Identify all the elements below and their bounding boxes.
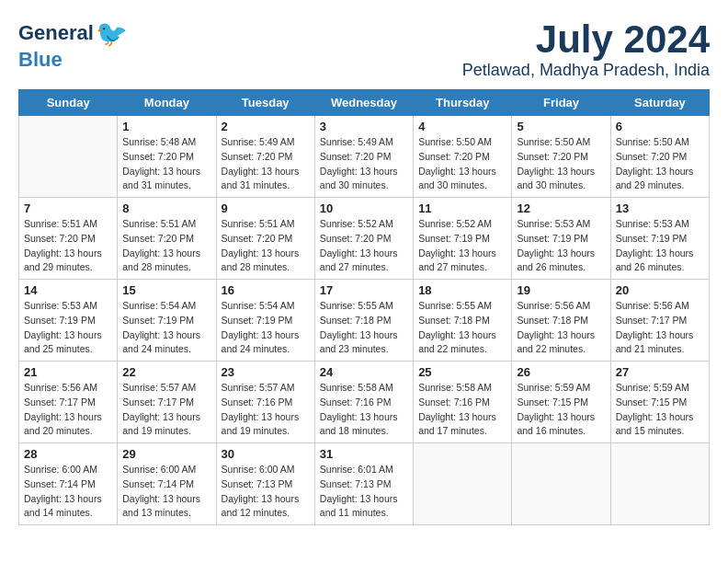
calendar-day-header: Tuesday xyxy=(216,90,314,116)
day-number: 14 xyxy=(24,283,112,297)
calendar-cell: 6Sunrise: 5:50 AMSunset: 7:20 PMDaylight… xyxy=(610,116,709,198)
day-number: 11 xyxy=(418,201,506,215)
day-info: Sunrise: 5:55 AMSunset: 7:18 PMDaylight:… xyxy=(320,299,408,357)
day-number: 12 xyxy=(517,201,605,215)
day-info: Sunrise: 5:58 AMSunset: 7:16 PMDaylight:… xyxy=(418,381,506,439)
calendar-cell: 29Sunrise: 6:00 AMSunset: 7:14 PMDayligh… xyxy=(118,443,216,525)
day-number: 6 xyxy=(616,120,704,133)
calendar-cell: 22Sunrise: 5:57 AMSunset: 7:17 PMDayligh… xyxy=(118,362,216,443)
day-number: 20 xyxy=(616,283,704,297)
day-info: Sunrise: 5:50 AMSunset: 7:20 PMDaylight:… xyxy=(517,135,605,193)
day-number: 26 xyxy=(517,365,605,379)
day-number: 3 xyxy=(320,120,408,133)
day-info: Sunrise: 5:58 AMSunset: 7:16 PMDaylight:… xyxy=(320,381,408,439)
calendar-table: SundayMondayTuesdayWednesdayThursdayFrid… xyxy=(18,89,710,525)
calendar-cell xyxy=(19,116,118,198)
day-number: 23 xyxy=(222,365,310,379)
day-number: 17 xyxy=(320,283,408,297)
calendar-day-header: Saturday xyxy=(610,90,709,116)
logo-general: General xyxy=(18,22,94,44)
calendar-cell: 21Sunrise: 5:56 AMSunset: 7:17 PMDayligh… xyxy=(19,362,118,443)
calendar-cell: 7Sunrise: 5:51 AMSunset: 7:20 PMDaylight… xyxy=(19,198,118,280)
day-number: 16 xyxy=(222,283,310,297)
day-number: 22 xyxy=(122,365,210,379)
title-block: July 2024 Petlawad, Madhya Pradesh, Indi… xyxy=(462,18,710,80)
day-number: 29 xyxy=(122,447,210,461)
day-info: Sunrise: 6:00 AMSunset: 7:13 PMDaylight:… xyxy=(222,463,310,521)
calendar-day-header: Wednesday xyxy=(314,90,413,116)
day-info: Sunrise: 5:56 AMSunset: 7:17 PMDaylight:… xyxy=(24,381,112,439)
calendar-cell: 14Sunrise: 5:53 AMSunset: 7:19 PMDayligh… xyxy=(19,280,118,362)
day-number: 2 xyxy=(222,120,310,133)
day-number: 27 xyxy=(616,365,704,379)
calendar-day-header: Thursday xyxy=(414,90,512,116)
calendar-cell: 4Sunrise: 5:50 AMSunset: 7:20 PMDaylight… xyxy=(414,116,512,198)
day-info: Sunrise: 6:01 AMSunset: 7:13 PMDaylight:… xyxy=(320,463,408,521)
calendar-day-header: Friday xyxy=(512,90,610,116)
calendar-cell: 3Sunrise: 5:49 AMSunset: 7:20 PMDaylight… xyxy=(314,116,413,198)
calendar-cell: 27Sunrise: 5:59 AMSunset: 7:15 PMDayligh… xyxy=(610,362,709,443)
day-number: 5 xyxy=(517,120,605,133)
calendar-cell: 1Sunrise: 5:48 AMSunset: 7:20 PMDaylight… xyxy=(118,116,216,198)
day-number: 9 xyxy=(222,201,310,215)
day-number: 8 xyxy=(122,201,210,215)
calendar-cell: 30Sunrise: 6:00 AMSunset: 7:13 PMDayligh… xyxy=(216,443,314,525)
calendar-cell: 16Sunrise: 5:54 AMSunset: 7:19 PMDayligh… xyxy=(216,280,314,362)
calendar-cell: 23Sunrise: 5:57 AMSunset: 7:16 PMDayligh… xyxy=(216,362,314,443)
calendar-cell: 17Sunrise: 5:55 AMSunset: 7:18 PMDayligh… xyxy=(314,280,413,362)
day-info: Sunrise: 5:54 AMSunset: 7:19 PMDaylight:… xyxy=(222,299,310,357)
logo: General 🐦 Blue xyxy=(18,18,128,71)
day-info: Sunrise: 5:48 AMSunset: 7:20 PMDaylight:… xyxy=(122,135,210,193)
day-info: Sunrise: 5:56 AMSunset: 7:18 PMDaylight:… xyxy=(517,299,605,357)
day-number: 1 xyxy=(122,120,210,133)
calendar-week-row: 1Sunrise: 5:48 AMSunset: 7:20 PMDaylight… xyxy=(19,116,710,198)
calendar-week-row: 28Sunrise: 6:00 AMSunset: 7:14 PMDayligh… xyxy=(19,443,710,525)
day-info: Sunrise: 5:52 AMSunset: 7:20 PMDaylight:… xyxy=(320,217,408,275)
calendar-cell: 20Sunrise: 5:56 AMSunset: 7:17 PMDayligh… xyxy=(610,280,709,362)
calendar-cell: 15Sunrise: 5:54 AMSunset: 7:19 PMDayligh… xyxy=(118,280,216,362)
calendar-cell xyxy=(610,443,709,525)
calendar-cell: 25Sunrise: 5:58 AMSunset: 7:16 PMDayligh… xyxy=(414,362,512,443)
day-number: 30 xyxy=(222,447,310,461)
day-number: 4 xyxy=(418,120,506,133)
calendar-cell: 31Sunrise: 6:01 AMSunset: 7:13 PMDayligh… xyxy=(314,443,413,525)
day-number: 7 xyxy=(24,201,112,215)
calendar-day-header: Monday xyxy=(118,90,216,116)
logo-blue: Blue xyxy=(18,49,63,71)
day-info: Sunrise: 5:50 AMSunset: 7:20 PMDaylight:… xyxy=(418,135,506,193)
calendar-cell xyxy=(414,443,512,525)
day-number: 25 xyxy=(418,365,506,379)
day-info: Sunrise: 6:00 AMSunset: 7:14 PMDaylight:… xyxy=(122,463,210,521)
calendar-cell: 28Sunrise: 6:00 AMSunset: 7:14 PMDayligh… xyxy=(19,443,118,525)
day-info: Sunrise: 5:51 AMSunset: 7:20 PMDaylight:… xyxy=(24,217,112,275)
calendar-cell: 18Sunrise: 5:55 AMSunset: 7:18 PMDayligh… xyxy=(414,280,512,362)
day-number: 24 xyxy=(320,365,408,379)
day-info: Sunrise: 5:49 AMSunset: 7:20 PMDaylight:… xyxy=(320,135,408,193)
calendar-cell: 13Sunrise: 5:53 AMSunset: 7:19 PMDayligh… xyxy=(610,198,709,280)
day-number: 31 xyxy=(320,447,408,461)
day-info: Sunrise: 5:53 AMSunset: 7:19 PMDaylight:… xyxy=(616,217,704,275)
calendar-header-row: SundayMondayTuesdayWednesdayThursdayFrid… xyxy=(19,90,710,116)
day-info: Sunrise: 5:59 AMSunset: 7:15 PMDaylight:… xyxy=(517,381,605,439)
day-number: 19 xyxy=(517,283,605,297)
day-info: Sunrise: 5:52 AMSunset: 7:19 PMDaylight:… xyxy=(418,217,506,275)
day-number: 18 xyxy=(418,283,506,297)
day-info: Sunrise: 5:51 AMSunset: 7:20 PMDaylight:… xyxy=(222,217,310,275)
day-info: Sunrise: 5:59 AMSunset: 7:15 PMDaylight:… xyxy=(616,381,704,439)
calendar-cell: 10Sunrise: 5:52 AMSunset: 7:20 PMDayligh… xyxy=(314,198,413,280)
day-info: Sunrise: 5:50 AMSunset: 7:20 PMDaylight:… xyxy=(616,135,704,193)
month-year-title: July 2024 xyxy=(462,18,710,61)
calendar-cell: 9Sunrise: 5:51 AMSunset: 7:20 PMDaylight… xyxy=(216,198,314,280)
day-info: Sunrise: 5:57 AMSunset: 7:17 PMDaylight:… xyxy=(122,381,210,439)
calendar-day-header: Sunday xyxy=(19,90,118,116)
day-number: 28 xyxy=(24,447,112,461)
calendar-week-row: 21Sunrise: 5:56 AMSunset: 7:17 PMDayligh… xyxy=(19,362,710,443)
calendar-cell: 24Sunrise: 5:58 AMSunset: 7:16 PMDayligh… xyxy=(314,362,413,443)
calendar-week-row: 7Sunrise: 5:51 AMSunset: 7:20 PMDaylight… xyxy=(19,198,710,280)
calendar-cell: 26Sunrise: 5:59 AMSunset: 7:15 PMDayligh… xyxy=(512,362,610,443)
day-info: Sunrise: 6:00 AMSunset: 7:14 PMDaylight:… xyxy=(24,463,112,521)
day-info: Sunrise: 5:49 AMSunset: 7:20 PMDaylight:… xyxy=(222,135,310,193)
day-number: 13 xyxy=(616,201,704,215)
calendar-cell: 5Sunrise: 5:50 AMSunset: 7:20 PMDaylight… xyxy=(512,116,610,198)
location-subtitle: Petlawad, Madhya Pradesh, India xyxy=(462,61,710,80)
